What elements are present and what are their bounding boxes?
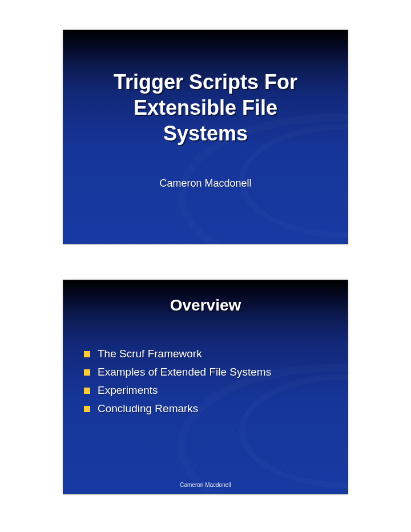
square-bullet-icon	[84, 406, 90, 412]
list-item: Experiments	[84, 384, 331, 397]
list-item-label: Examples of Extended File Systems	[98, 366, 271, 378]
list-item-label: The Scruf Framework	[98, 348, 202, 360]
presentation-title: Trigger Scripts For Extensible File Syst…	[63, 69, 348, 146]
list-item: The Scruf Framework	[84, 348, 331, 360]
slide-content: Trigger Scripts For Extensible File Syst…	[63, 30, 348, 244]
slide-title: Trigger Scripts For Extensible File Syst…	[63, 30, 348, 244]
list-item-label: Experiments	[98, 384, 158, 397]
title-line-3: Systems	[63, 120, 348, 146]
square-bullet-icon	[84, 351, 90, 357]
list-item: Concluding Remarks	[84, 402, 331, 415]
square-bullet-icon	[84, 369, 90, 376]
slide-content: Overview The Scruf Framework Examples of…	[63, 280, 348, 494]
bullet-list: The Scruf Framework Examples of Extended…	[84, 348, 331, 421]
list-item-label: Concluding Remarks	[98, 402, 198, 415]
list-item: Examples of Extended File Systems	[84, 366, 331, 378]
author-name: Cameron Macdonell	[63, 178, 348, 190]
title-line-2: Extensible File	[63, 95, 348, 120]
page: Trigger Scripts For Extensible File Syst…	[0, 0, 411, 532]
slide-footer: Cameron Macdonell	[63, 482, 348, 488]
slide-heading: Overview	[63, 296, 348, 315]
slide-overview: Overview The Scruf Framework Examples of…	[63, 280, 348, 494]
square-bullet-icon	[84, 388, 90, 394]
title-line-1: Trigger Scripts For	[63, 69, 348, 95]
